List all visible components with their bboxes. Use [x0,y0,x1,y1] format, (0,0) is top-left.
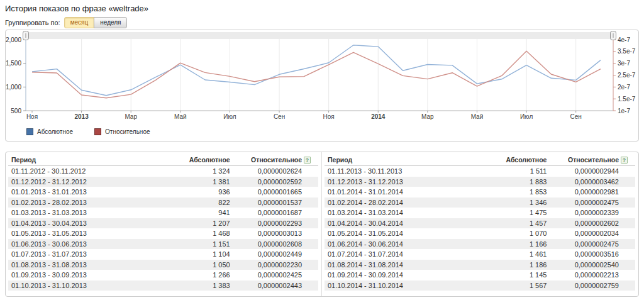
period-cell: 01.09.2013 - 30.09.2013 [8,270,167,281]
history-chart[interactable]: 2,0001,5001,0005004e-73.5e-73e-72.5e-72e… [6,30,638,127]
relative-cell: 0,0000001687 [230,208,318,218]
legend-item-relative[interactable]: Относительное [94,128,150,135]
relative-cell: 0,0000002602 [547,218,635,229]
absolute-cell: 1 468 [167,228,230,239]
table-row: 01.01.2014 - 31.01.20141 8530,0000002981 [325,187,635,197]
absolute-series-swatch-icon [26,128,33,135]
absolute-cell: 1 151 [167,239,230,250]
right-axis-label: 4e-7 [618,36,630,43]
table-row: 01.07.2013 - 31.07.20131 1040,0000002449 [8,249,318,260]
relative-series-swatch-icon [94,128,101,135]
relative-cell: 0,0000002293 [230,218,318,229]
period-cell: 01.09.2014 - 30.09.2014 [325,270,484,281]
right-axis-label: 2e-7 [618,84,630,91]
period-cell: 01.08.2013 - 31.08.2013 [8,260,167,270]
table-row: 01.11.2013 - 30.11.20131 5110,0000002944 [325,166,635,177]
column-header-relative: Относительное? [230,154,318,166]
relative-cell: 0,0000003516 [547,249,635,260]
table-row: 01.05.2014 - 31.05.20141 0700,0000002034 [325,228,635,239]
right-axis-label: 2.5e-7 [618,72,636,79]
stats-table-right: Период Абсолютное Относительное? 01.11.2… [322,152,638,296]
period-cell: 01.06.2013 - 30.06.2013 [8,239,167,250]
table-row: 01.12.2012 - 31.12.20121 3810,0000002592 [8,177,318,187]
absolute-cell: 936 [167,187,230,197]
legend-item-absolute[interactable]: Абсолютное [26,128,73,135]
x-axis-label: Мар [421,113,434,120]
chart-legend: Абсолютное Относительное [26,128,150,135]
x-axis-label: Июл [223,113,236,120]
right-axis-label: 3e-7 [618,60,630,67]
table-row: 01.09.2013 - 30.09.20131 2660,0000002425 [8,270,318,281]
absolute-cell: 1 383 [167,281,230,291]
period-cell: 01.04.2013 - 30.04.2013 [8,218,167,229]
table-row: 01.02.2014 - 28.02.20141 3460,0000002475 [325,197,635,208]
relative-cell: 0,0000002339 [547,208,635,218]
absolute-cell: 1 853 [484,187,547,197]
relative-cell: 0,0000002475 [547,239,635,250]
relative-cell: 0,0000002759 [547,281,635,291]
period-cell: 01.01.2014 - 31.01.2014 [325,187,484,197]
absolute-cell: 1 457 [484,218,547,229]
relative-cell: 0,0000002034 [547,228,635,239]
relative-cell: 0,0000002425 [230,270,318,281]
period-cell: 01.06.2014 - 30.06.2014 [325,239,484,250]
navigator-track[interactable] [26,32,613,39]
left-axis-label: 1,500 [6,60,21,67]
table-row: 01.07.2014 - 31.07.20141 4610,0000003516 [325,249,635,260]
table-row: 01.04.2014 - 30.04.20141 4570,0000002602 [325,218,635,229]
grouping-week-button[interactable]: неделя [94,17,127,28]
table-row: 01.10.2014 - 31.10.20141 5670,0000002759 [325,281,635,291]
absolute-cell: 1 461 [484,249,547,260]
column-header-absolute: Абсолютное [167,154,230,166]
grouping-month-button[interactable]: месяц [64,17,95,28]
grouping-label: Группировать по: [5,19,60,26]
relative-cell: 0,0000001537 [230,197,318,208]
absolute-cell: 1 567 [484,281,547,291]
table-row: 01.08.2013 - 31.08.20131 0500,0000002230 [8,260,318,270]
left-axis-label: 500 [11,108,21,114]
right-axis-label: 3.5e-7 [618,48,636,55]
table-row: 01.01.2013 - 31.01.20139360,0000001665 [8,187,318,197]
period-cell: 01.05.2014 - 31.05.2014 [325,228,484,239]
table-row: 01.03.2013 - 31.03.20139410,0000001687 [8,208,318,218]
column-header-period: Период [325,154,484,166]
relative-cell: 0,0000002592 [230,177,318,187]
legend-label-absolute: Абсолютное [37,128,73,135]
x-axis-label: Ноя [26,113,38,120]
grouping-control: Группировать по: месяц неделя [5,17,127,28]
period-cell: 01.03.2014 - 31.03.2014 [325,208,484,218]
x-axis-label: Сен [570,113,582,120]
relative-cell: 0,0000002608 [230,239,318,250]
relative-cell: 0,0000002981 [547,187,635,197]
relative-cell: 0,0000002540 [547,260,635,270]
page-title: История показов по фразе «weltrade» [5,4,148,13]
period-cell: 01.02.2014 - 28.02.2014 [325,197,484,208]
table-row: 01.06.2014 - 30.06.20141 1660,0000002475 [325,239,635,250]
period-cell: 01.12.2012 - 31.12.2012 [8,177,167,187]
period-cell: 01.10.2014 - 31.10.2014 [325,281,484,291]
help-icon[interactable]: ? [304,157,311,164]
help-icon[interactable]: ? [621,157,628,164]
table-row: 01.02.2013 - 28.02.20138220,0000001537 [8,197,318,208]
stats-table-left: Период Абсолютное Относительное? 01.11.2… [6,152,322,296]
absolute-cell: 1 050 [167,260,230,270]
x-axis-label: Май [174,113,187,120]
left-axis-label: 2,000 [6,36,21,43]
table-row: 01.11.2012 - 30.11.20121 3240,0000002624 [8,166,318,177]
column-header-period: Период [8,154,167,166]
stats-table-panel: Период Абсолютное Относительное? 01.11.2… [5,152,639,297]
relative-series-line[interactable] [32,51,601,98]
period-cell: 01.04.2014 - 30.04.2014 [325,218,484,229]
period-cell: 01.02.2013 - 28.02.2013 [8,197,167,208]
table-row: 01.09.2014 - 30.09.20141 1450,0000002213 [325,270,635,281]
x-axis-label: Ноя [323,113,335,120]
history-chart-panel: 2,0001,5001,0005004e-73.5e-73e-72.5e-72e… [5,30,639,142]
period-cell: 01.07.2013 - 31.07.2013 [8,249,167,260]
absolute-cell: 1 324 [167,166,230,177]
absolute-cell: 1 186 [484,260,547,270]
absolute-cell: 1 346 [484,197,547,208]
absolute-cell: 1 475 [484,208,547,218]
table-row: 01.10.2013 - 31.10.20131 3830,0000002443 [8,281,318,291]
absolute-cell: 1 207 [167,218,230,229]
absolute-cell: 1 166 [484,239,547,250]
